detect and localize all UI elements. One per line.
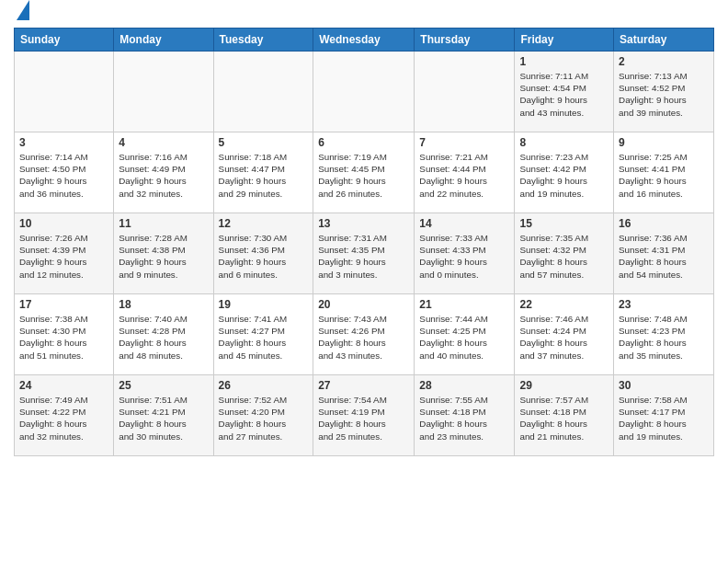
page-container: SundayMondayTuesdayWednesdayThursdayFrid… — [0, 0, 728, 461]
day-detail: Sunrise: 7:41 AM Sunset: 4:27 PM Dayligh… — [219, 313, 309, 362]
day-detail: Sunrise: 7:14 AM Sunset: 4:50 PM Dayligh… — [19, 151, 108, 200]
calendar-cell: 21Sunrise: 7:44 AM Sunset: 4:25 PM Dayli… — [415, 294, 515, 375]
day-number: 9 — [619, 136, 709, 149]
calendar-cell: 8Sunrise: 7:23 AM Sunset: 4:42 PM Daylig… — [515, 132, 614, 213]
calendar-cell: 18Sunrise: 7:40 AM Sunset: 4:28 PM Dayli… — [114, 294, 213, 375]
calendar: SundayMondayTuesdayWednesdayThursdayFrid… — [14, 28, 714, 456]
calendar-cell: 28Sunrise: 7:55 AM Sunset: 4:18 PM Dayli… — [415, 375, 515, 456]
weekday-row: SundayMondayTuesdayWednesdayThursdayFrid… — [15, 29, 714, 52]
day-number: 20 — [318, 298, 409, 311]
day-detail: Sunrise: 7:51 AM Sunset: 4:21 PM Dayligh… — [119, 394, 208, 442]
day-number: 17 — [19, 298, 108, 311]
calendar-cell: 20Sunrise: 7:43 AM Sunset: 4:26 PM Dayli… — [313, 294, 415, 375]
calendar-cell: 2Sunrise: 7:13 AM Sunset: 4:52 PM Daylig… — [614, 52, 714, 132]
calendar-cell: 9Sunrise: 7:25 AM Sunset: 4:41 PM Daylig… — [614, 132, 714, 213]
calendar-cell: 5Sunrise: 7:18 AM Sunset: 4:47 PM Daylig… — [213, 132, 313, 213]
day-number: 2 — [619, 55, 709, 68]
day-number: 26 — [219, 379, 309, 392]
weekday-header-saturday: Saturday — [614, 29, 714, 52]
calendar-cell: 27Sunrise: 7:54 AM Sunset: 4:19 PM Dayli… — [313, 375, 415, 456]
day-number: 16 — [619, 217, 709, 230]
weekday-header-sunday: Sunday — [15, 29, 114, 52]
calendar-cell: 22Sunrise: 7:46 AM Sunset: 4:24 PM Dayli… — [515, 294, 614, 375]
calendar-cell: 30Sunrise: 7:58 AM Sunset: 4:17 PM Dayli… — [614, 375, 714, 456]
calendar-cell: 1Sunrise: 7:11 AM Sunset: 4:54 PM Daylig… — [515, 52, 614, 132]
calendar-cell: 4Sunrise: 7:16 AM Sunset: 4:49 PM Daylig… — [114, 132, 213, 213]
calendar-cell: 16Sunrise: 7:36 AM Sunset: 4:31 PM Dayli… — [614, 213, 714, 294]
day-detail: Sunrise: 7:26 AM Sunset: 4:39 PM Dayligh… — [19, 232, 108, 281]
logo-triangle-icon — [17, 0, 29, 20]
calendar-cell: 19Sunrise: 7:41 AM Sunset: 4:27 PM Dayli… — [213, 294, 313, 375]
day-detail: Sunrise: 7:28 AM Sunset: 4:38 PM Dayligh… — [119, 232, 208, 281]
calendar-cell: 13Sunrise: 7:31 AM Sunset: 4:35 PM Dayli… — [313, 213, 415, 294]
day-number: 25 — [119, 379, 208, 392]
header — [14, 9, 714, 20]
day-detail: Sunrise: 7:33 AM Sunset: 4:33 PM Dayligh… — [419, 232, 509, 281]
day-detail: Sunrise: 7:40 AM Sunset: 4:28 PM Dayligh… — [119, 313, 208, 362]
day-detail: Sunrise: 7:21 AM Sunset: 4:44 PM Dayligh… — [419, 151, 509, 200]
day-number: 29 — [519, 379, 609, 392]
day-number: 7 — [419, 136, 509, 149]
logo — [14, 9, 29, 20]
weekday-header-friday: Friday — [515, 29, 614, 52]
day-number: 1 — [519, 55, 609, 68]
day-number: 8 — [519, 136, 609, 149]
calendar-week-4: 17Sunrise: 7:38 AM Sunset: 4:30 PM Dayli… — [15, 294, 714, 375]
calendar-cell: 3Sunrise: 7:14 AM Sunset: 4:50 PM Daylig… — [15, 132, 114, 213]
day-detail: Sunrise: 7:55 AM Sunset: 4:18 PM Dayligh… — [419, 394, 509, 442]
day-number: 28 — [419, 379, 509, 392]
calendar-cell: 11Sunrise: 7:28 AM Sunset: 4:38 PM Dayli… — [114, 213, 213, 294]
weekday-header-monday: Monday — [114, 29, 213, 52]
day-number: 5 — [219, 136, 309, 149]
calendar-cell — [213, 52, 313, 132]
day-detail: Sunrise: 7:46 AM Sunset: 4:24 PM Dayligh… — [519, 313, 609, 362]
calendar-cell: 15Sunrise: 7:35 AM Sunset: 4:32 PM Dayli… — [515, 213, 614, 294]
day-detail: Sunrise: 7:16 AM Sunset: 4:49 PM Dayligh… — [119, 151, 208, 200]
day-number: 6 — [318, 136, 409, 149]
calendar-cell: 24Sunrise: 7:49 AM Sunset: 4:22 PM Dayli… — [15, 375, 114, 456]
day-detail: Sunrise: 7:19 AM Sunset: 4:45 PM Dayligh… — [318, 151, 409, 200]
calendar-cell — [15, 52, 114, 132]
day-number: 4 — [119, 136, 208, 149]
day-number: 3 — [19, 136, 108, 149]
day-detail: Sunrise: 7:11 AM Sunset: 4:54 PM Dayligh… — [519, 70, 609, 119]
day-detail: Sunrise: 7:44 AM Sunset: 4:25 PM Dayligh… — [419, 313, 509, 362]
logo-block — [14, 9, 29, 20]
calendar-week-3: 10Sunrise: 7:26 AM Sunset: 4:39 PM Dayli… — [15, 213, 714, 294]
calendar-cell — [313, 52, 415, 132]
calendar-cell: 23Sunrise: 7:48 AM Sunset: 4:23 PM Dayli… — [614, 294, 714, 375]
weekday-header-tuesday: Tuesday — [213, 29, 313, 52]
calendar-header: SundayMondayTuesdayWednesdayThursdayFrid… — [15, 29, 714, 52]
day-number: 27 — [318, 379, 409, 392]
day-detail: Sunrise: 7:58 AM Sunset: 4:17 PM Dayligh… — [619, 394, 709, 442]
calendar-body: 1Sunrise: 7:11 AM Sunset: 4:54 PM Daylig… — [15, 52, 714, 456]
day-number: 19 — [219, 298, 309, 311]
calendar-cell — [114, 52, 213, 132]
calendar-cell: 29Sunrise: 7:57 AM Sunset: 4:18 PM Dayli… — [515, 375, 614, 456]
day-detail: Sunrise: 7:30 AM Sunset: 4:36 PM Dayligh… — [219, 232, 309, 281]
day-number: 22 — [519, 298, 609, 311]
calendar-cell: 10Sunrise: 7:26 AM Sunset: 4:39 PM Dayli… — [15, 213, 114, 294]
day-detail: Sunrise: 7:35 AM Sunset: 4:32 PM Dayligh… — [519, 232, 609, 281]
calendar-week-1: 1Sunrise: 7:11 AM Sunset: 4:54 PM Daylig… — [15, 52, 714, 132]
day-detail: Sunrise: 7:23 AM Sunset: 4:42 PM Dayligh… — [519, 151, 609, 200]
calendar-cell: 26Sunrise: 7:52 AM Sunset: 4:20 PM Dayli… — [213, 375, 313, 456]
day-detail: Sunrise: 7:43 AM Sunset: 4:26 PM Dayligh… — [318, 313, 409, 362]
day-number: 30 — [619, 379, 709, 392]
day-number: 15 — [519, 217, 609, 230]
calendar-cell: 7Sunrise: 7:21 AM Sunset: 4:44 PM Daylig… — [415, 132, 515, 213]
day-detail: Sunrise: 7:38 AM Sunset: 4:30 PM Dayligh… — [19, 313, 108, 362]
day-number: 21 — [419, 298, 509, 311]
day-detail: Sunrise: 7:31 AM Sunset: 4:35 PM Dayligh… — [318, 232, 409, 281]
day-detail: Sunrise: 7:25 AM Sunset: 4:41 PM Dayligh… — [619, 151, 709, 200]
calendar-cell: 14Sunrise: 7:33 AM Sunset: 4:33 PM Dayli… — [415, 213, 515, 294]
day-detail: Sunrise: 7:13 AM Sunset: 4:52 PM Dayligh… — [619, 70, 709, 119]
day-detail: Sunrise: 7:54 AM Sunset: 4:19 PM Dayligh… — [318, 394, 409, 442]
calendar-week-2: 3Sunrise: 7:14 AM Sunset: 4:50 PM Daylig… — [15, 132, 714, 213]
day-detail: Sunrise: 7:48 AM Sunset: 4:23 PM Dayligh… — [619, 313, 709, 362]
day-number: 11 — [119, 217, 208, 230]
day-detail: Sunrise: 7:49 AM Sunset: 4:22 PM Dayligh… — [19, 394, 108, 442]
calendar-cell — [415, 52, 515, 132]
calendar-week-5: 24Sunrise: 7:49 AM Sunset: 4:22 PM Dayli… — [15, 375, 714, 456]
day-number: 23 — [619, 298, 709, 311]
